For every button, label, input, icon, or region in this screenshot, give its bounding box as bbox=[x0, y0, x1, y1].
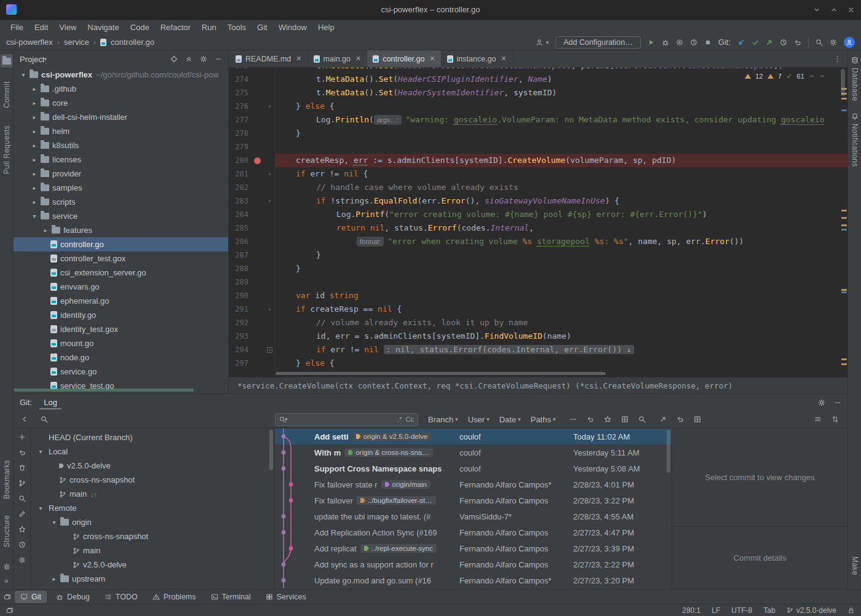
code-line-282[interactable]: 282// handle case where volume already e… bbox=[229, 181, 847, 194]
project-item-controller.go[interactable]: controller.go bbox=[14, 237, 228, 251]
more-tool-windows-icon[interactable]: » bbox=[4, 577, 9, 585]
tree-chevron-icon[interactable]: ▸ bbox=[30, 100, 39, 106]
history-icon[interactable] bbox=[18, 541, 26, 548]
project-item-service.go[interactable]: service.go bbox=[14, 365, 228, 379]
breakpoint-icon[interactable] bbox=[254, 157, 261, 164]
breakpoint-gutter[interactable] bbox=[250, 221, 264, 235]
commit-row[interactable]: Add sync as a support action for rFernan… bbox=[275, 556, 672, 572]
zoom-log-icon[interactable] bbox=[638, 416, 646, 423]
tool-tab-problems[interactable]: Problems bbox=[147, 591, 202, 603]
code-line-289[interactable]: 289 bbox=[229, 275, 847, 289]
breakpoint-gutter[interactable] bbox=[250, 194, 264, 208]
menu-refactor[interactable]: Refactor bbox=[155, 23, 196, 32]
editor-tab-main.go[interactable]: main.go✕ bbox=[308, 50, 368, 67]
tree-chevron-icon[interactable]: ▸ bbox=[30, 128, 39, 135]
find-icon[interactable] bbox=[18, 495, 26, 502]
user-filter[interactable]: User▾ bbox=[468, 415, 490, 424]
code-line-292[interactable]: 292// volume already exists, look it up … bbox=[229, 316, 847, 330]
code-line-297[interactable]: 297} else { bbox=[229, 357, 847, 370]
breakpoint-gutter[interactable] bbox=[250, 127, 264, 140]
breakpoint-gutter[interactable] bbox=[250, 167, 264, 181]
code-line-278[interactable]: 278} bbox=[229, 127, 847, 140]
breakpoint-gutter[interactable] bbox=[250, 140, 264, 154]
code-line-290[interactable]: 290var id string bbox=[229, 289, 847, 302]
line-number[interactable]: 289 bbox=[229, 275, 250, 289]
project-item-k8sutils[interactable]: ▸k8sutils bbox=[14, 138, 228, 152]
project-view-caret-icon[interactable]: ▾ bbox=[44, 56, 47, 62]
code-line-286[interactable]: 286format:"error when creating volume %s… bbox=[229, 235, 847, 248]
menu-git[interactable]: Git bbox=[252, 23, 273, 32]
delete-icon[interactable] bbox=[18, 464, 26, 472]
hide-panel-icon[interactable] bbox=[215, 55, 222, 63]
code-line-284[interactable]: 284Log.Printf("error creating volume: #{… bbox=[229, 208, 847, 221]
line-number[interactable]: 275 bbox=[229, 86, 250, 100]
project-item-licenses[interactable]: ▸licenses bbox=[14, 152, 228, 167]
project-item-helm[interactable]: ▸helm bbox=[14, 124, 228, 138]
indent-indicator[interactable]: Tab bbox=[763, 606, 775, 615]
rollback-icon[interactable] bbox=[794, 39, 801, 46]
close-tab-icon[interactable]: ✕ bbox=[501, 55, 507, 63]
line-ending-indicator[interactable]: LF bbox=[712, 606, 720, 615]
branches-scrollbar[interactable] bbox=[269, 430, 273, 470]
undo-log-icon[interactable] bbox=[676, 416, 684, 423]
code-line-281[interactable]: 281▾if err != nil { bbox=[229, 167, 847, 181]
fold-marker-icon[interactable]: ▾ bbox=[264, 302, 276, 316]
search-options-caret-icon[interactable]: ▾ bbox=[285, 416, 288, 422]
project-item-csi-powerflex[interactable]: ▾csi-powerflex~/go/src/github.com/coulof… bbox=[14, 68, 228, 82]
line-number[interactable]: 297 bbox=[229, 357, 250, 370]
strip-settings-gear-icon[interactable] bbox=[3, 563, 10, 571]
breakpoint-gutter[interactable] bbox=[250, 100, 264, 113]
menu-code[interactable]: Code bbox=[125, 23, 155, 32]
branch-item-local[interactable]: ▾Local bbox=[31, 444, 274, 459]
code-line-283[interactable]: 283▾if !strings.EqualFold(err.Error(), s… bbox=[229, 194, 847, 208]
fold-marker-icon[interactable]: ▾ bbox=[264, 167, 276, 181]
git-settings-icon[interactable] bbox=[18, 556, 26, 564]
tree-chevron-icon[interactable]: ▸ bbox=[30, 142, 39, 149]
breadcrumb-item[interactable]: csi-powerflex bbox=[6, 38, 53, 47]
close-icon[interactable] bbox=[847, 6, 855, 14]
breakpoint-gutter[interactable] bbox=[250, 343, 264, 357]
project-item-core[interactable]: ▸core bbox=[14, 96, 228, 110]
commit-row[interactable]: Add settiorigin & v2.5.0-delvecoulofToda… bbox=[275, 428, 672, 444]
code-editor[interactable]: 273t.MetaData().Set(HeaderPersistentVolu… bbox=[229, 68, 847, 377]
fold-marker-icon[interactable]: ▾ bbox=[264, 194, 276, 208]
notifications-icon[interactable] bbox=[851, 113, 859, 120]
line-number[interactable]: 282 bbox=[229, 181, 250, 194]
new-branch-icon[interactable] bbox=[18, 480, 26, 487]
editor-tab-instance.go[interactable]: instance.go✕ bbox=[442, 50, 513, 67]
paths-filter[interactable]: Paths▾ bbox=[531, 415, 556, 424]
editor-tab-controller.go[interactable]: controller.go✕ bbox=[367, 50, 441, 67]
breakpoint-gutter[interactable] bbox=[250, 302, 264, 316]
branch-item-head-current-branch-[interactable]: HEAD (Current Branch) bbox=[31, 430, 274, 444]
tree-chevron-icon[interactable]: ▸ bbox=[30, 184, 39, 191]
line-number[interactable]: 274 bbox=[229, 73, 250, 86]
search-everywhere-icon[interactable] bbox=[815, 39, 823, 46]
tree-chevron-icon[interactable]: ▸ bbox=[30, 156, 39, 163]
line-number[interactable]: 286 bbox=[229, 235, 250, 248]
breakpoint-gutter[interactable] bbox=[250, 113, 264, 127]
view-options-icon[interactable] bbox=[694, 416, 701, 423]
editor-horizontal-scrollbar[interactable] bbox=[276, 372, 606, 375]
project-item-envvars.go[interactable]: envvars.go bbox=[14, 280, 228, 294]
project-item-service[interactable]: ▾service bbox=[14, 209, 228, 223]
commit-row[interactable]: update the ubi image to latest. (#VamsiS… bbox=[275, 508, 672, 524]
breakpoint-gutter[interactable] bbox=[250, 86, 264, 100]
tool-tab-terminal[interactable]: Terminal bbox=[205, 591, 256, 603]
editor-tab-README.md[interactable]: README.md✕ bbox=[230, 50, 308, 67]
minimize-icon[interactable] bbox=[813, 6, 820, 14]
tree-chevron-icon[interactable]: ▾ bbox=[30, 213, 39, 219]
close-tab-icon[interactable]: ✕ bbox=[355, 55, 361, 63]
tree-chevron-icon[interactable]: ▸ bbox=[41, 227, 50, 234]
line-number[interactable]: 294 bbox=[229, 343, 250, 357]
breakpoint-gutter[interactable] bbox=[250, 248, 264, 262]
match-case-toggle[interactable]: Cc bbox=[406, 416, 414, 423]
tool-button-bookmarks[interactable]: Bookmarks bbox=[2, 460, 11, 499]
line-number[interactable]: 293 bbox=[229, 330, 250, 343]
branch-item-remote[interactable]: ▾Remote bbox=[31, 501, 274, 515]
project-item-node.go[interactable]: node.go bbox=[14, 350, 228, 365]
menu-edit[interactable]: Edit bbox=[29, 23, 54, 32]
line-number[interactable]: 283 bbox=[229, 194, 250, 208]
refresh-log-icon[interactable] bbox=[587, 416, 594, 423]
project-tool-button[interactable] bbox=[1, 54, 13, 68]
menu-file[interactable]: File bbox=[5, 23, 29, 32]
